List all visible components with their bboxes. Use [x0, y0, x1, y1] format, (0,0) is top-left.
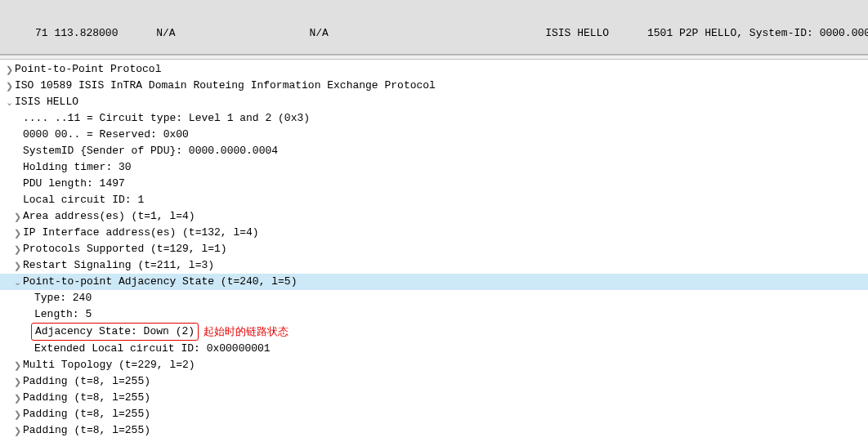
tree-item-ip-interface-addresses[interactable]: ❯ IP Interface address(es) (t=132, l=4) [0, 225, 868, 241]
tree-item-area-addresses[interactable]: ❯ Area address(es) (t=1, l=4) [0, 208, 868, 225]
tree-label: Point-to-Point Protocol [15, 61, 161, 78]
packet-details-tree: ❯ Point-to-Point Protocol ❯ ISO 10589 IS… [0, 60, 868, 442]
chevron-right-icon[interactable]: ❯ [11, 357, 23, 373]
highlighted-adjacency-state: Adjacency State: Down (2) [31, 323, 199, 341]
tree-item-restart-signaling[interactable]: ❯ Restart Signaling (t=211, l=3) [0, 257, 868, 274]
spacer [23, 290, 34, 306]
chevron-down-icon[interactable]: ⌄ [3, 94, 15, 110]
tree-label: PDU length: 1497 [23, 176, 125, 192]
tree-item-local-circuit-id[interactable]: Local circuit ID: 1 [0, 192, 868, 208]
tree-item-adjacency-state[interactable]: Adjacency State: Down (2) 起始时的链路状态 [0, 323, 868, 341]
tree-label: Padding (t=8, l=255) [23, 406, 150, 422]
tree-item-adj-length[interactable]: Length: 5 [0, 306, 868, 323]
chevron-right-icon[interactable]: ❯ [11, 390, 23, 406]
tree-label: Protocols Supported (t=129, l=1) [23, 241, 227, 257]
chevron-right-icon[interactable]: ❯ [3, 78, 15, 94]
spacer [11, 127, 23, 143]
col-source: N/A [156, 27, 175, 39]
tree-label: ISO 10589 ISIS InTRA Domain Routeing Inf… [15, 78, 436, 94]
chevron-right-icon[interactable]: ❯ [3, 61, 15, 78]
tree-label: IP Interface address(es) (t=132, l=4) [23, 225, 259, 241]
tree-item-padding[interactable]: ❯ Padding (t=8, l=255) [0, 439, 868, 442]
spacer [23, 341, 34, 357]
tree-item-p2p-adjacency-state[interactable]: ⌄ Point-to-point Adjacency State (t=240,… [0, 274, 868, 290]
tree-label: Holding timer: 30 [23, 159, 132, 176]
tree-item-iso[interactable]: ❯ ISO 10589 ISIS InTRA Domain Routeing I… [0, 78, 868, 94]
tree-label: SystemID {Sender of PDU}: 0000.0000.0004 [23, 143, 278, 159]
tree-item-circuit-type[interactable]: .... ..11 = Circuit type: Level 1 and 2 … [0, 110, 868, 127]
tree-label: Padding (t=8, l=255) [23, 390, 150, 406]
col-info: P2P HELLO, System-ID: 0000.0000.0004 [679, 27, 868, 39]
col-no: 71 [35, 27, 48, 39]
tree-item-ppp[interactable]: ❯ Point-to-Point Protocol [0, 61, 868, 78]
spacer [11, 159, 23, 176]
tree-label: Padding (t=8, l=255) [23, 422, 150, 439]
tree-item-protocols-supported[interactable]: ❯ Protocols Supported (t=129, l=1) [0, 241, 868, 257]
tree-item-padding[interactable]: ❯ Padding (t=8, l=255) [0, 406, 868, 422]
spacer [11, 192, 23, 208]
col-time: 113.828000 [54, 27, 118, 39]
chevron-right-icon[interactable]: ❯ [11, 225, 23, 241]
spacer [11, 143, 23, 159]
chevron-right-icon[interactable]: ❯ [11, 208, 23, 225]
tree-item-padding[interactable]: ❯ Padding (t=8, l=255) [0, 373, 868, 390]
col-destination: N/A [310, 27, 329, 39]
tree-item-isis-hello[interactable]: ⌄ ISIS HELLO [0, 94, 868, 110]
tree-label: Type: 240 [34, 290, 92, 306]
tree-item-systemid[interactable]: SystemID {Sender of PDU}: 0000.0000.0004 [0, 143, 868, 159]
spacer [11, 110, 23, 127]
tree-item-holding-timer[interactable]: Holding timer: 30 [0, 159, 868, 176]
col-length: 1501 [647, 27, 673, 39]
tree-label: ISIS HELLO [15, 94, 78, 110]
chevron-right-icon[interactable]: ❯ [11, 241, 23, 257]
tree-label: Local circuit ID: 1 [23, 192, 144, 208]
tree-label: Extended Local circuit ID: 0x00000001 [34, 341, 271, 357]
tree-label: Padding (t=8, l=255) [23, 439, 150, 442]
tree-label: Length: 5 [34, 306, 92, 323]
tree-label: Point-to-point Adjacency State (t=240, l… [23, 274, 297, 290]
tree-item-pdu-length[interactable]: PDU length: 1497 [0, 176, 868, 192]
tree-label: .... ..11 = Circuit type: Level 1 and 2 … [23, 110, 310, 127]
chevron-right-icon[interactable]: ❯ [11, 257, 23, 274]
chevron-right-icon[interactable]: ❯ [11, 422, 23, 439]
tree-label: Area address(es) (t=1, l=4) [23, 208, 195, 225]
packet-row[interactable]: 71 113.828000 N/A N/A ISIS HELLO 1501 P2… [0, 26, 868, 40]
annotation-text: 起始时的链路状态 [204, 324, 289, 340]
tree-item-adj-type[interactable]: Type: 240 [0, 290, 868, 306]
spacer [23, 306, 34, 323]
chevron-down-icon[interactable]: ⌄ [11, 274, 23, 290]
tree-label: Restart Signaling (t=211, l=3) [23, 257, 214, 274]
packet-list-pane: 71 113.828000 N/A N/A ISIS HELLO 1501 P2… [0, 0, 868, 55]
tree-label: 0000 00.. = Reserved: 0x00 [23, 127, 189, 143]
chevron-right-icon[interactable]: ❯ [11, 373, 23, 390]
chevron-right-icon[interactable]: ❯ [11, 406, 23, 422]
tree-item-reserved[interactable]: 0000 00.. = Reserved: 0x00 [0, 127, 868, 143]
tree-item-multi-topology[interactable]: ❯ Multi Topology (t=229, l=2) [0, 357, 868, 373]
tree-item-padding[interactable]: ❯ Padding (t=8, l=255) [0, 422, 868, 439]
tree-item-padding[interactable]: ❯ Padding (t=8, l=255) [0, 390, 868, 406]
tree-item-extended-local-circuit-id[interactable]: Extended Local circuit ID: 0x00000001 [0, 341, 868, 357]
col-protocol: ISIS HELLO [545, 27, 609, 39]
tree-label: Multi Topology (t=229, l=2) [23, 357, 195, 373]
tree-label: Padding (t=8, l=255) [23, 373, 150, 390]
spacer [11, 176, 23, 192]
chevron-right-icon[interactable]: ❯ [11, 439, 23, 442]
